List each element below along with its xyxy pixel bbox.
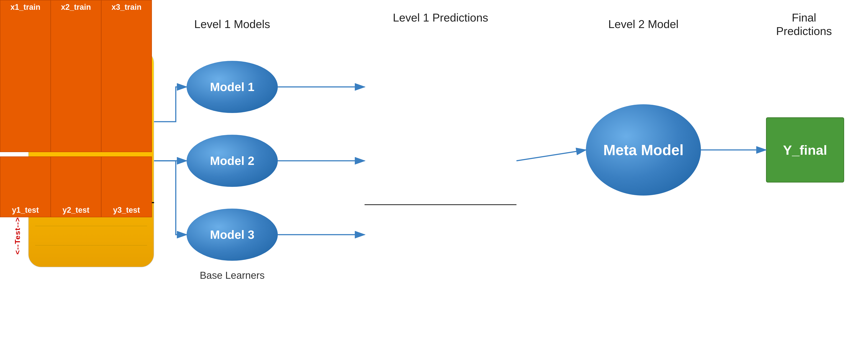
meta-model-label: Meta Model [603,141,684,159]
model1-label: Model 1 [210,80,254,94]
y-final-box: Y_final [766,117,844,182]
pred-train-test-separator [365,204,517,205]
pred-col3-label: x3_train [101,3,152,12]
header-level1-models: Level 1 Models [178,18,286,31]
header-level1-predictions: Level 1 Predictions [365,11,517,24]
model3-ellipse: Model 3 [187,208,278,261]
pred-col-2: x2_train [51,0,101,152]
pred-col1-label: x1_train [0,3,50,12]
pred-test-col-2: y2_test [51,157,101,217]
arrow-pred-to-meta [517,150,586,161]
header-final-predictions: Final Predictions [755,11,853,38]
model2-label: Model 2 [210,154,254,168]
pred-test-col-3: y3_test [101,157,152,217]
arrow-data-to-model3 [154,161,187,235]
data-line-9 [35,226,147,226]
model1-ellipse: Model 1 [187,61,278,113]
pred-test-col1-label: y1_test [0,205,50,215]
test-label: <--Test--> [13,217,22,254]
arrow-data-to-model1 [154,87,187,122]
data-line-10 [35,245,147,246]
model3-label: Model 3 [210,228,254,241]
meta-model-ellipse: Meta Model [586,104,701,196]
pred-test-col2-label: y2_test [51,205,101,215]
pred-test-col3-label: y3_test [101,205,152,215]
predictions-test-block: y1_test y2_test y3_test [0,156,152,217]
y-final-label: Y_final [783,142,827,158]
pred-col-3: x3_train [101,0,152,152]
diagram-container: Original Data Level 1 Models Level 1 Pre… [0,0,868,342]
header-level2-model: Level 2 Model [586,18,701,31]
pred-col2-label: x2_train [51,3,101,12]
model2-ellipse: Model 2 [187,135,278,187]
pred-col-1: x1_train [0,0,51,152]
base-learners-label: Base Learners [178,269,286,281]
pred-test-col-1: y1_test [0,157,51,217]
predictions-train-block: x1_train x2_train x3_train [0,0,152,152]
